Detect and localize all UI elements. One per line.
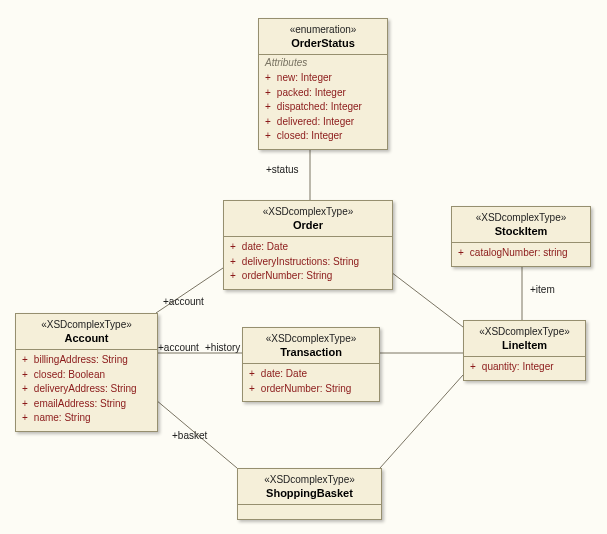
class-account[interactable]: «XSDcomplexType» Account +billingAddress…: [15, 313, 158, 432]
class-stockitem[interactable]: «XSDcomplexType» StockItem +catalogNumbe…: [451, 206, 591, 267]
class-header: «XSDcomplexType» Account: [16, 314, 157, 349]
attr: +date: Date: [249, 367, 373, 382]
class-order[interactable]: «XSDcomplexType» Order +date: Date +deli…: [223, 200, 393, 290]
class-shoppingbasket[interactable]: «XSDcomplexType» ShoppingBasket: [237, 468, 382, 520]
label-basket: +basket: [172, 430, 207, 441]
label-account-order: +account: [163, 296, 204, 307]
svg-line-7: [380, 375, 463, 468]
attrs-list: +billingAddress: String +closed: Boolean…: [16, 349, 157, 431]
stereotype: «enumeration»: [265, 23, 381, 36]
stereotype: «XSDcomplexType»: [470, 325, 579, 338]
attr: +name: String: [22, 411, 151, 426]
attr: +quantity: Integer: [470, 360, 579, 375]
stereotype: «XSDcomplexType»: [458, 211, 584, 224]
class-name: Account: [22, 331, 151, 345]
attr: +closed: Integer: [265, 129, 381, 144]
attr: +delivered: Integer: [265, 115, 381, 130]
stereotype: «XSDcomplexType»: [244, 473, 375, 486]
attr: +deliveryAddress: String: [22, 382, 151, 397]
attr: +emailAddress: String: [22, 397, 151, 412]
class-header: «XSDcomplexType» StockItem: [452, 207, 590, 242]
class-header: «XSDcomplexType» ShoppingBasket: [238, 469, 381, 504]
attr: +packed: Integer: [265, 86, 381, 101]
class-header: «XSDcomplexType» LineItem: [464, 321, 585, 356]
class-name: Transaction: [249, 345, 373, 359]
label-history: +history: [205, 342, 240, 353]
attrs-list: +date: Date +deliveryInstructions: Strin…: [224, 236, 392, 289]
attr: +closed: Boolean: [22, 368, 151, 383]
label-item: +item: [530, 284, 555, 295]
class-name: StockItem: [458, 224, 584, 238]
attrs-list: +new: Integer +packed: Integer +dispatch…: [259, 68, 387, 149]
attr: +catalogNumber: string: [458, 246, 584, 261]
label-account-transaction: +account: [158, 342, 199, 353]
class-lineitem[interactable]: «XSDcomplexType» LineItem +quantity: Int…: [463, 320, 586, 381]
attr: +orderNumber: String: [249, 382, 373, 397]
stereotype: «XSDcomplexType»: [22, 318, 151, 331]
attr: +new: Integer: [265, 71, 381, 86]
class-name: OrderStatus: [265, 36, 381, 50]
class-name: Order: [230, 218, 386, 232]
label-status: +status: [266, 164, 299, 175]
attr: +orderNumber: String: [230, 269, 386, 284]
attr: +billingAddress: String: [22, 353, 151, 368]
class-transaction[interactable]: «XSDcomplexType» Transaction +date: Date…: [242, 327, 380, 402]
attrs-list: [238, 504, 381, 519]
attr: +date: Date: [230, 240, 386, 255]
attrs-section-label: Attributes: [259, 54, 387, 68]
class-header: «enumeration» OrderStatus: [259, 19, 387, 54]
stereotype: «XSDcomplexType»: [249, 332, 373, 345]
attr: +dispatched: Integer: [265, 100, 381, 115]
class-name: LineItem: [470, 338, 579, 352]
class-orderstatus[interactable]: «enumeration» OrderStatus Attributes +ne…: [258, 18, 388, 150]
attrs-list: +quantity: Integer: [464, 356, 585, 380]
attr: +deliveryInstructions: String: [230, 255, 386, 270]
attrs-list: +date: Date +orderNumber: String: [243, 363, 379, 401]
stereotype: «XSDcomplexType»: [230, 205, 386, 218]
svg-line-2: [391, 272, 463, 327]
class-name: ShoppingBasket: [244, 486, 375, 500]
class-header: «XSDcomplexType» Order: [224, 201, 392, 236]
class-header: «XSDcomplexType» Transaction: [243, 328, 379, 363]
attrs-list: +catalogNumber: string: [452, 242, 590, 266]
